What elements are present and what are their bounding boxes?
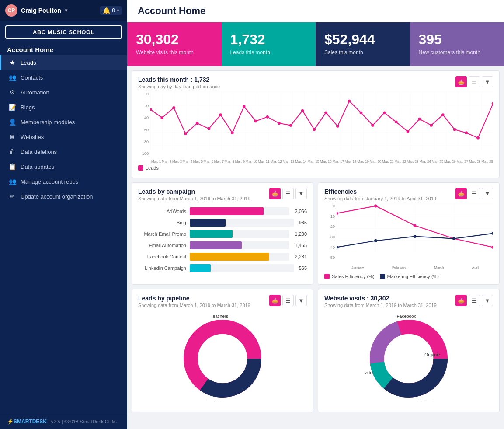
efficiencies-chart-wrap: 50403020100: [324, 204, 493, 269]
panel-title: Leads this month : 1,732: [138, 76, 220, 83]
list-view-button[interactable]: ☰: [469, 76, 480, 87]
svg-point-4: [184, 132, 187, 135]
chart-legend: Leads: [138, 164, 493, 172]
bar-track: [190, 207, 289, 215]
sidebar-item-label: Membership modules: [21, 119, 75, 126]
filter-button[interactable]: ▼: [482, 188, 493, 199]
chart-view-button[interactable]: 🥧: [269, 188, 281, 199]
notif-chevron-icon: ▾: [117, 7, 119, 14]
efficiencies-panel: Efficencies Showing data from January 1,…: [318, 182, 500, 285]
smartdesk-logo: ⚡SMARTDESK: [7, 419, 47, 425]
panel-header: Website visits : 30,302 Showing data fro…: [324, 295, 493, 308]
x-axis: JanuaryFebruaryMarchApril: [337, 265, 493, 269]
svg-point-19: [360, 111, 363, 114]
panel-header: Leads by pipeline Showing data from Marc…: [138, 295, 307, 308]
sidebar-item-manage-repos[interactable]: 👥 Manage account repos: [0, 174, 127, 189]
sidebar-item-data-deletions[interactable]: 🗑 Data deletions: [0, 144, 127, 159]
chart-view-button[interactable]: 🥧: [455, 188, 467, 199]
svg-point-9: [243, 105, 246, 108]
edit-icon: ✏: [8, 193, 16, 200]
updates-icon: 📋: [8, 163, 16, 170]
sidebar-item-label: Leads: [21, 59, 36, 66]
svg-point-14: [301, 109, 304, 112]
teachers-label: Teachers: [211, 315, 229, 319]
pipeline-donut-svg: Teachers Students: [179, 315, 266, 402]
blogs-icon: 📝: [8, 104, 16, 111]
bar-row: LinkedIn Campaign 565: [138, 264, 307, 272]
filter-button[interactable]: ▼: [482, 76, 493, 87]
stat-label: Leads this month: [230, 49, 307, 56]
svg-point-23: [407, 130, 410, 133]
pipeline-donut-container: Teachers Students: [138, 310, 307, 407]
svg-point-7: [219, 113, 222, 116]
chart-inner: JanuaryFebruaryMarchApril: [337, 204, 493, 269]
membership-icon: 👤: [8, 119, 16, 126]
svg-point-34: [414, 224, 417, 227]
sidebar-item-blogs[interactable]: 📝 Blogs: [0, 100, 127, 115]
bar-label: Email Automation: [138, 243, 186, 248]
filter-button[interactable]: ▼: [482, 295, 493, 306]
efficiencies-legend: Sales Efficiency (%) Marketing Efficienc…: [324, 272, 493, 279]
sidebar-header: CP Craig Poulton ▾ 🔔 0 ▾: [0, 0, 127, 21]
bar-fill: [190, 241, 242, 249]
chart-view-button[interactable]: 🥧: [455, 295, 467, 306]
svg-text:Facebook: Facebook: [397, 315, 417, 319]
svg-point-20: [371, 124, 374, 127]
svg-point-5: [196, 122, 199, 125]
sidebar-item-leads[interactable]: ★ Leads: [0, 55, 127, 70]
panel-title: Leads by campaign: [138, 188, 250, 195]
svg-point-15: [313, 128, 316, 131]
list-view-button[interactable]: ☰: [469, 295, 480, 306]
panel-subtitle: Showing data from January 1, 2019 to Apr…: [324, 196, 436, 201]
sidebar-item-data-updates[interactable]: 📋 Data updates: [0, 159, 127, 174]
svg-point-12: [278, 122, 281, 125]
filter-button[interactable]: ▼: [295, 295, 307, 306]
two-col-row-2: Leads by pipeline Showing data from Marc…: [132, 289, 500, 412]
panel-actions: 🥧 ☰ ▼: [269, 188, 307, 199]
bar-value: 565: [299, 265, 307, 271]
stat-cards-row: 30,302 Website visits this month 1,732 L…: [127, 22, 504, 66]
panel-header: Efficencies Showing data from January 1,…: [324, 188, 493, 201]
svg-point-18: [348, 100, 351, 103]
sidebar-item-label: Automation: [21, 89, 49, 96]
sidebar: CP Craig Poulton ▾ 🔔 0 ▾ ABC MUSIC SCHOO…: [0, 0, 127, 429]
list-view-button[interactable]: ☰: [282, 295, 294, 306]
bar-fill: [190, 207, 264, 215]
list-view-button[interactable]: ☰: [469, 188, 480, 199]
websites-icon: 🖥: [8, 133, 16, 140]
y-axis: 50403020100: [324, 204, 337, 269]
visits-donut-svg: Facebook Organic Twitter AdWords: [365, 315, 452, 402]
svg-point-49: [385, 335, 432, 383]
sidebar-item-contacts[interactable]: 👥 Contacts: [0, 70, 127, 85]
legend-label: Leads: [146, 165, 159, 171]
svg-point-28: [465, 131, 468, 134]
notification-badge[interactable]: 🔔 0 ▾: [100, 6, 122, 15]
svg-point-8: [231, 131, 234, 134]
sidebar-nav: ★ Leads 👥 Contacts ⚙ Automation 📝 Blogs …: [0, 55, 127, 414]
bar-row: Email Automation 1,465: [138, 241, 307, 249]
filter-button[interactable]: ▼: [295, 188, 307, 199]
list-view-button[interactable]: ☰: [282, 188, 294, 199]
chart-view-button[interactable]: 🥧: [455, 76, 467, 87]
panel-actions: 🥧 ☰ ▼: [269, 295, 307, 306]
org-name-button[interactable]: ABC MUSIC SCHOOL: [5, 25, 122, 39]
bell-icon: 🔔: [103, 7, 110, 14]
svg-point-17: [336, 125, 339, 128]
contacts-icon: 👥: [8, 74, 16, 81]
svg-point-39: [414, 235, 417, 238]
sidebar-item-update-org[interactable]: ✏ Update account organization: [0, 189, 127, 204]
panel-header: Leads by campaign Showing data from Marc…: [138, 188, 307, 201]
sidebar-item-membership[interactable]: 👤 Membership modules: [0, 115, 127, 129]
chart-view-button[interactable]: 🥧: [269, 295, 281, 306]
stat-number: 1,732: [230, 31, 307, 48]
user-profile[interactable]: CP Craig Poulton ▾: [5, 4, 67, 17]
panel-subtitle: Showing data from March 1, 2019 to March…: [138, 303, 250, 308]
students-label: Students: [206, 401, 223, 402]
sidebar-item-websites[interactable]: 🖥 Websites: [0, 129, 127, 144]
svg-point-27: [453, 128, 456, 131]
sidebar-item-automation[interactable]: ⚙ Automation: [0, 85, 127, 100]
bar-label: Facebook Contest: [138, 254, 186, 259]
svg-point-24: [418, 118, 421, 121]
sidebar-item-label: Blogs: [21, 104, 35, 111]
sidebar-item-label: Update account organization: [21, 193, 93, 200]
